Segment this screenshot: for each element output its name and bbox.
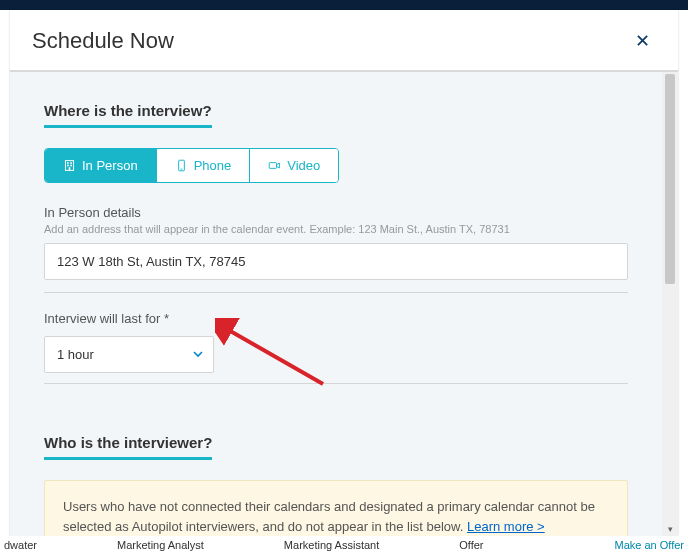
tab-in-person-label: In Person (82, 158, 138, 173)
modal-title: Schedule Now (32, 28, 174, 54)
duration-label: Interview will last for * (44, 311, 628, 326)
backdrop-row: dwater Marketing Analyst Marketing Assis… (0, 536, 688, 554)
duration-select[interactable]: 1 hour (44, 336, 214, 373)
tab-video[interactable]: Video (250, 149, 338, 182)
bg-text: Make an Offer (615, 539, 685, 551)
section-who-heading: Who is the interviewer? (44, 434, 212, 460)
bg-text: Marketing Assistant (284, 539, 379, 551)
bg-text: dwater (4, 539, 37, 551)
bg-text: Offer (459, 539, 483, 551)
tab-in-person[interactable]: In Person (45, 149, 157, 182)
scroll-down-icon[interactable]: ▾ (662, 522, 678, 536)
svg-rect-5 (69, 167, 71, 170)
close-icon[interactable]: ✕ (629, 28, 656, 54)
tab-video-label: Video (287, 158, 320, 173)
divider (44, 292, 628, 293)
interview-type-tabs: In Person Phone Video (44, 148, 339, 183)
learn-more-link[interactable]: Learn more > (467, 519, 545, 534)
bg-text: Marketing Analyst (117, 539, 204, 551)
modal-header: Schedule Now ✕ (10, 10, 678, 72)
svg-rect-3 (67, 165, 69, 167)
tab-phone[interactable]: Phone (157, 149, 251, 182)
inperson-details-label: In Person details (44, 205, 628, 220)
phone-icon (175, 159, 188, 172)
inperson-details-hint: Add an address that will appear in the c… (44, 223, 628, 235)
tab-phone-label: Phone (194, 158, 232, 173)
svg-rect-4 (70, 165, 72, 167)
interviewer-info-box: Users who have not connected their calen… (44, 480, 628, 536)
modal-body: Where is the interview? In Person Phone … (10, 72, 662, 536)
section-where-heading: Where is the interview? (44, 102, 212, 128)
scrollbar-thumb[interactable] (665, 74, 675, 284)
svg-rect-2 (70, 162, 72, 164)
scrollbar[interactable]: ▾ (662, 72, 678, 536)
schedule-modal: Schedule Now ✕ Where is the interview? I… (10, 10, 678, 536)
divider (44, 383, 628, 384)
building-icon (63, 159, 76, 172)
svg-rect-8 (269, 163, 276, 169)
address-input[interactable] (44, 243, 628, 280)
svg-rect-1 (67, 162, 69, 164)
video-icon (268, 159, 281, 172)
